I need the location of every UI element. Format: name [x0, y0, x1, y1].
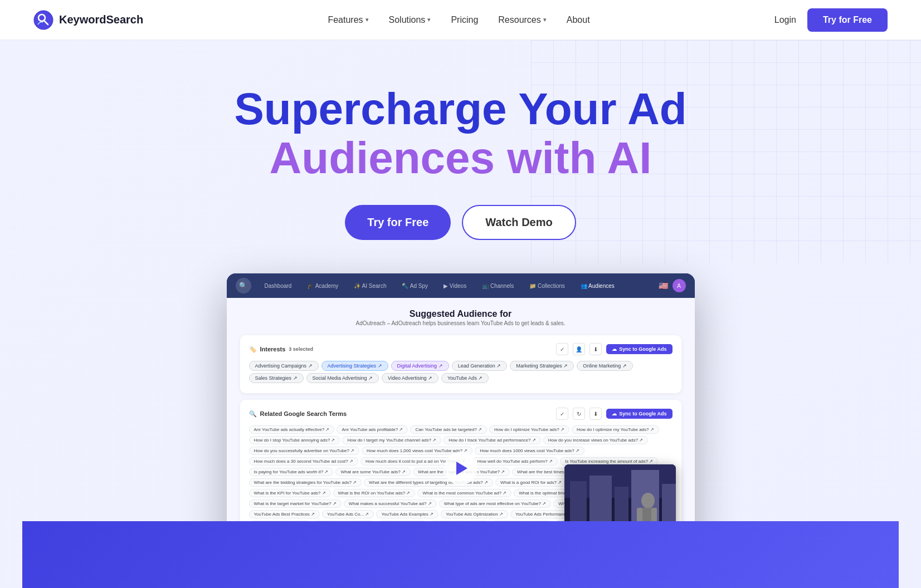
tag-online-marketing[interactable]: Online Marketing ↗ [577, 361, 633, 371]
nav-item-pricing[interactable]: Pricing [451, 15, 478, 25]
interests-tags: Advertising Campaigns ↗ Advertising Stra… [249, 361, 673, 371]
sync-icon2: ☁ [612, 411, 617, 416]
chevron-down-icon: ▾ [543, 16, 547, 23]
app-nav-collections[interactable]: 📁 Collections [525, 281, 569, 291]
search-term-15[interactable]: How well do YouTube ads perform? ↗ [472, 457, 558, 465]
search-terms-card-actions: ✓ ↻ ⬇ ☁ Sync to Google Ads [556, 408, 672, 420]
login-button[interactable]: Login [774, 15, 796, 25]
search-term-5[interactable]: How do I optimize my YouTube ads? ↗ [572, 425, 659, 434]
app-nav-academy[interactable]: 🎓 Academy [303, 281, 343, 291]
app-nav-audiences[interactable]: 👥 Audiences [576, 281, 619, 291]
search-term-34[interactable]: YouTube Ads Co... ↗ [322, 510, 374, 518]
app-page-subtitle: AdOutreach – AdOutreach helps businesses… [240, 320, 681, 326]
search-term-33[interactable]: YouTube Ads Best Practices ↗ [249, 510, 320, 518]
app-content: Suggested Audience for AdOutreach – AdOu… [227, 298, 695, 555]
nav-links: Features ▾ Solutions ▾ Pricing Resources… [328, 15, 589, 25]
try-free-hero-button[interactable]: Try for Free [345, 205, 451, 240]
search-term-30[interactable]: What makes a successful YouTube ad? ↗ [344, 499, 437, 508]
search-term-3[interactable]: Can YouTube ads be targeted? ↗ [410, 425, 487, 434]
search-term-18[interactable]: What are some YouTube ads? ↗ [335, 468, 411, 476]
nav-item-features[interactable]: Features ▾ [328, 15, 368, 25]
search-term-27[interactable]: What is the most common YouTube ad? ↗ [417, 489, 511, 497]
search-terms-card-header: 🔍 Related Google Search Terms ✓ ↻ ⬇ ☁ Sy… [249, 408, 673, 420]
hero-title-line2: Audiences with AI [269, 133, 651, 183]
search-term-21[interactable]: What are the bidding strategies for YouT… [249, 478, 362, 487]
sync-icon: ☁ [612, 346, 617, 352]
interests-card-header: 🏷️ Interests 3 selected ✓ 👤 ⬇ ☁ Sync to … [249, 343, 673, 355]
search-term-2[interactable]: Are YouTube ads profitable? ↗ [337, 425, 408, 434]
tag-lead-generation[interactable]: Lead Generation ↗ [452, 361, 508, 371]
search-terms-card: 🔍 Related Google Search Terms ✓ ↻ ⬇ ☁ Sy… [240, 400, 681, 537]
chevron-down-icon: ▾ [366, 16, 369, 23]
search-term-36[interactable]: YouTube Ads Optimization ↗ [441, 510, 508, 518]
interests-sync-button[interactable]: ☁ Sync to Google Ads [606, 344, 672, 354]
app-nav-dashboard[interactable]: Dashboard [260, 281, 296, 291]
search-icon: 🔍 [249, 410, 257, 418]
try-free-nav-button[interactable]: Try for Free [807, 8, 888, 32]
tag-youtube-ads[interactable]: YouTube Ads ↗ [441, 373, 489, 383]
logo-link[interactable]: KeywordSearch [33, 10, 143, 30]
tag-advertising-campaigns[interactable]: Advertising Campaigns ↗ [249, 361, 319, 371]
hero-section: Supercharge Your Ad Audiences with AI Tr… [0, 40, 921, 588]
search-term-12[interactable]: How much does 1000 views cost YouTube ad… [475, 447, 584, 455]
interests-card-title: 🏷️ Interests 3 selected [249, 346, 313, 353]
search-term-23[interactable]: What is a good ROI for ads? ↗ [495, 478, 567, 487]
interests-badge: 3 selected [289, 346, 313, 352]
app-topbar: 🔍 Dashboard 🎓 Academy ✨ AI Search 🔦 Ad S… [227, 273, 695, 298]
tag-video-advertising[interactable]: Video Advertising ↗ [382, 373, 438, 383]
search-term-4[interactable]: How do I optimize YouTube ads? ↗ [489, 425, 569, 434]
nav-actions: Login Try for Free [774, 8, 888, 32]
app-nav-videos[interactable]: ▶ Videos [439, 281, 471, 291]
search-term-13[interactable]: How much does a 30 second YouTube ad cos… [249, 457, 358, 465]
interests-card-actions: ✓ 👤 ⬇ ☁ Sync to Google Ads [556, 343, 672, 355]
app-nav-ai-search[interactable]: ✨ AI Search [349, 281, 391, 291]
nav-item-solutions[interactable]: Solutions ▾ [389, 15, 431, 25]
search-terms-card-title: 🔍 Related Google Search Terms [249, 410, 347, 418]
search-term-6[interactable]: How do I stop YouTube annoying ads? ↗ [249, 436, 340, 444]
search-download-btn[interactable]: ⬇ [589, 408, 602, 420]
user-avatar[interactable]: A [673, 279, 686, 292]
interests-tags-row2: Sales Strategies ↗ Social Media Advertis… [249, 373, 673, 383]
logo-icon [33, 10, 53, 30]
search-term-26[interactable]: What is the ROI on YouTube ads? ↗ [333, 489, 416, 497]
search-term-7[interactable]: How do I target my YouTube channel ads? … [342, 436, 441, 444]
logo-text: KeywordSearch [59, 13, 143, 26]
watch-demo-button[interactable]: Watch Demo [462, 205, 576, 240]
search-term-29[interactable]: What is the target market for YouTube? ↗ [249, 499, 342, 508]
nav-item-about[interactable]: About [567, 15, 590, 25]
app-nav-items: Dashboard 🎓 Academy ✨ AI Search 🔦 Ad Spy… [260, 281, 650, 291]
search-check-btn[interactable]: ✓ [556, 408, 568, 420]
search-term-31[interactable]: What type of ads are most effective on Y… [439, 499, 552, 508]
app-screenshot-wrapper: 🔍 Dashboard 🎓 Academy ✨ AI Search 🔦 Ad S… [22, 273, 899, 555]
app-search-icon[interactable]: 🔍 [236, 278, 251, 293]
check-icon-btn[interactable]: ✓ [556, 343, 568, 355]
hero-title-line1: Supercharge Your Ad [234, 84, 686, 134]
play-triangle-icon [456, 462, 467, 475]
hero-bottom-band [22, 521, 899, 588]
play-button[interactable] [444, 452, 477, 485]
tag-digital-advertising[interactable]: Digital Advertising ↗ [391, 361, 449, 371]
search-term-10[interactable]: How do you successfully advertise on You… [249, 447, 360, 455]
app-nav-channels[interactable]: 📺 Channels [477, 281, 518, 291]
app-nav-ad-spy[interactable]: 🔦 Ad Spy [397, 281, 432, 291]
search-term-9[interactable]: How do you increase views on YouTube ads… [543, 436, 648, 444]
search-refresh-btn[interactable]: ↻ [573, 408, 585, 420]
person-icon-btn[interactable]: 👤 [573, 343, 585, 355]
tag-advertising-strategies[interactable]: Advertising Strategies ↗ [321, 361, 388, 371]
interests-card: 🏷️ Interests 3 selected ✓ 👤 ⬇ ☁ Sync to … [240, 335, 681, 393]
navbar: KeywordSearch Features ▾ Solutions ▾ Pri… [0, 0, 921, 40]
download-icon-btn[interactable]: ⬇ [589, 343, 602, 355]
search-term-22[interactable]: What are the different types of targetin… [364, 478, 493, 487]
search-term-17[interactable]: Is paying for YouTube ads worth it? ↗ [249, 468, 334, 476]
search-term-35[interactable]: YouTube Ads Examples ↗ [376, 510, 438, 518]
tag-sales-strategies[interactable]: Sales Strategies ↗ [249, 373, 304, 383]
app-screenshot: 🔍 Dashboard 🎓 Academy ✨ AI Search 🔦 Ad S… [227, 273, 695, 555]
search-terms-sync-button[interactable]: ☁ Sync to Google Ads [606, 409, 672, 419]
tag-marketing-strategies[interactable]: Marketing Strategies ↗ [510, 361, 574, 371]
nav-item-resources[interactable]: Resources ▾ [498, 15, 546, 25]
search-term-25[interactable]: What is the KPI for YouTube ads? ↗ [249, 489, 331, 497]
search-term-8[interactable]: How do I track YouTube ad performance? ↗ [444, 436, 541, 444]
tag-social-media-advertising[interactable]: Social Media Advertising ↗ [306, 373, 379, 383]
flag-icon: 🇺🇸 [659, 281, 668, 290]
search-term-1[interactable]: Are YouTube ads actually effective? ↗ [249, 425, 335, 434]
